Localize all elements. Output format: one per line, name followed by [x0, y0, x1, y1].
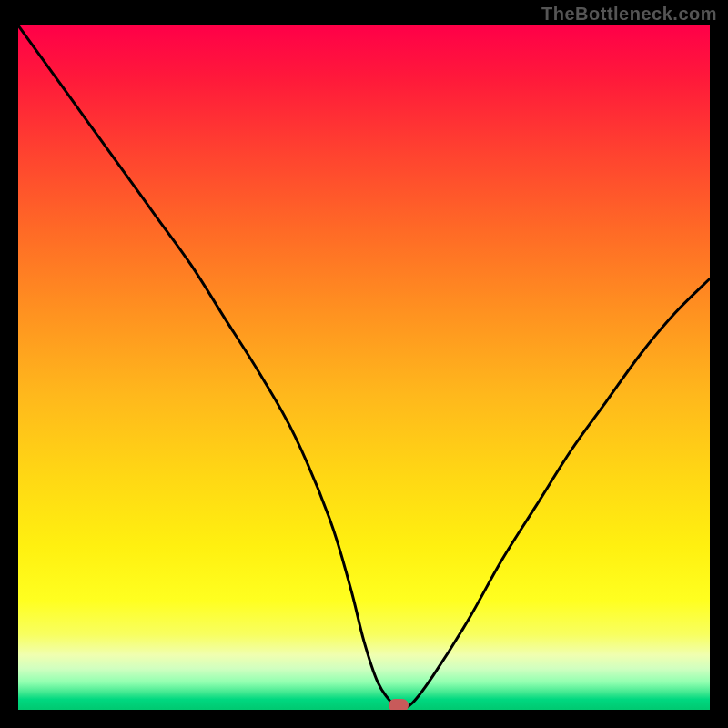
bottleneck-curve [18, 25, 710, 710]
plot-area [18, 25, 710, 710]
curve-svg [18, 25, 710, 710]
watermark-text: TheBottleneck.com [541, 4, 717, 25]
chart-container: TheBottleneck.com [0, 0, 728, 728]
optimal-point-marker [389, 699, 409, 710]
